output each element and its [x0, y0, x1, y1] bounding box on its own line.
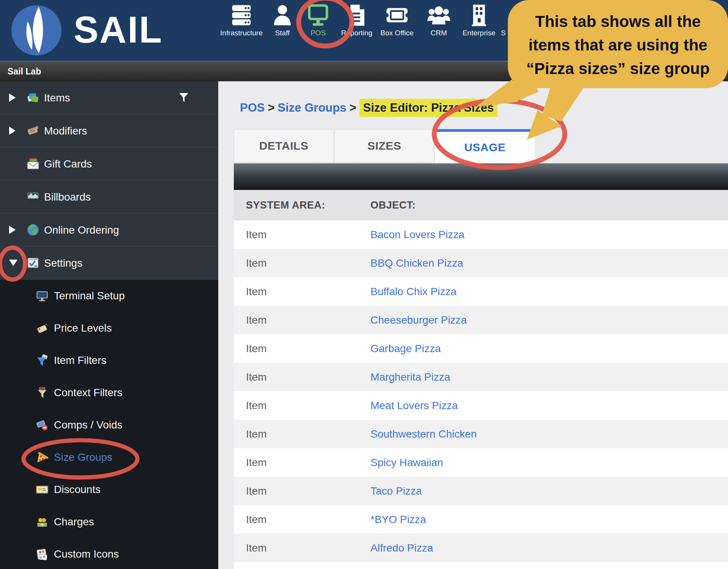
submenu-item-discounts[interactable]: Discounts: [0, 473, 218, 506]
breadcrumb-current: Size Editor: Pizza Sizes: [359, 99, 498, 117]
table-row: Item Bacon Lovers Pizza: [234, 220, 728, 249]
object-link[interactable]: Margherita Pizza: [370, 363, 450, 391]
comps-voids-icon: [36, 419, 49, 431]
ticket-icon: [385, 3, 409, 27]
expand-right-icon[interactable]: [9, 226, 16, 234]
submenu-item-size-groups[interactable]: Size Groups: [0, 441, 218, 473]
submenu-item-label: Item Filters: [54, 344, 106, 376]
sidebar-item-settings[interactable]: Settings: [0, 247, 218, 280]
people-icon: [427, 3, 451, 27]
object-link[interactable]: Taco Pizza: [370, 477, 422, 505]
expand-right-icon[interactable]: [9, 93, 16, 102]
sidebar-item-label: Billboards: [44, 180, 91, 213]
charges-icon: [36, 515, 49, 528]
submenu-item-charges[interactable]: Charges: [0, 506, 218, 538]
object-link[interactable]: Spicy Hawaiian: [370, 448, 443, 477]
submenu-item-label: Context Filters: [54, 376, 123, 409]
main-content: POS>Size Groups>Size Editor: Pizza Sizes…: [218, 81, 728, 569]
system-area-cell: Item: [246, 249, 266, 277]
context-filters-icon: [36, 386, 49, 399]
logo-text: SAIL: [74, 8, 163, 51]
breadcrumb-link-pos[interactable]: POS: [240, 101, 265, 114]
system-area-cell: Item: [246, 477, 266, 505]
tab-sizes[interactable]: SIZES: [334, 129, 434, 163]
system-area-cell: Item: [246, 505, 266, 534]
object-link[interactable]: Garbage Pizza: [370, 334, 441, 363]
sail-logo[interactable]: SAIL: [10, 2, 165, 59]
reporting-icon: [345, 3, 369, 27]
object-link[interactable]: Southwestern Chicken: [370, 420, 477, 448]
object-link[interactable]: Meat Lovers Pizza: [370, 391, 458, 420]
billboards-icon: [27, 190, 39, 203]
table-row: Item Alfredo Pizza: [234, 534, 728, 562]
infrastructure-icon: [230, 3, 253, 27]
object-link[interactable]: Bacon Lovers Pizza: [370, 220, 464, 249]
sidebar-item-label: Modifiers: [44, 114, 87, 147]
callout-line: This tab shows all the: [508, 10, 728, 33]
sidebar-item-label: Settings: [44, 247, 82, 280]
system-area-cell: Item: [246, 220, 266, 249]
system-area-cell: Item: [246, 420, 266, 448]
submenu-item-price-levels[interactable]: Price Levels: [0, 312, 218, 344]
table-row: Item BBQ Chicken Pizza: [234, 249, 728, 277]
table-header: SYSTEM AREA: OBJECT:: [234, 190, 728, 220]
object-link[interactable]: *BYO Pizza: [370, 505, 426, 534]
system-area-cell: Item: [246, 306, 266, 334]
gift-cards-icon: [27, 157, 39, 170]
object-link[interactable]: Cheeseburger Pizza: [370, 306, 467, 334]
breadcrumb-separator: >: [265, 101, 277, 114]
sidebar-item-online-ordering[interactable]: Online Ordering: [0, 213, 218, 247]
submenu-item-terminal-setup[interactable]: Terminal Setup: [0, 280, 218, 312]
submenu-item-label: Discounts: [54, 473, 101, 506]
price-levels-icon: [36, 322, 49, 335]
sidebar-item-gift-cards[interactable]: Gift Cards: [0, 147, 218, 180]
discounts-icon: [36, 483, 49, 496]
table-row: Item Buffalo Chix Pizza: [234, 277, 728, 306]
collapse-down-icon[interactable]: [9, 260, 17, 266]
submenu-item-custom-icons[interactable]: Custom Icons: [0, 538, 218, 569]
tab-usage[interactable]: USAGE: [435, 129, 535, 164]
sidebar-item-items[interactable]: Items: [0, 81, 218, 114]
table-row: Item Southwestern Chicken: [234, 420, 728, 448]
submenu-item-label: Size Groups: [54, 441, 112, 473]
table-row: Item Margherita Pizza: [234, 363, 728, 391]
table-row: Item Meat Lovers Pizza: [234, 391, 728, 420]
submenu-item-label: Charges: [54, 506, 94, 538]
submenu-item-label: Custom Icons: [54, 538, 119, 569]
table-row: Item Cheeseburger Pizza: [234, 306, 728, 334]
object-link[interactable]: Buffalo Chix Pizza: [370, 277, 457, 306]
sidebar-item-label: Gift Cards: [44, 147, 92, 180]
filter-icon[interactable]: [179, 93, 189, 103]
settings-submenu: Terminal Setup Price Levels Item Filters…: [0, 280, 218, 569]
breadcrumb-separator: >: [346, 101, 359, 114]
submenu-item-item-filters[interactable]: Item Filters: [0, 344, 218, 376]
sidebar-item-label: Online Ordering: [44, 213, 119, 247]
sidebar: Items Modifiers Gift Cards Billboards: [0, 81, 218, 569]
callout-line: items that are using the: [508, 33, 728, 57]
object-link[interactable]: Alfredo Pizza: [370, 534, 433, 562]
online-ordering-icon: [27, 223, 39, 236]
items-icon: [27, 91, 39, 104]
submenu-item-context-filters[interactable]: Context Filters: [0, 376, 218, 409]
submenu-item-comps-voids[interactable]: Comps / Voids: [0, 409, 218, 441]
pos-monitor-icon: [306, 3, 330, 27]
sidebar-item-label: Items: [44, 81, 70, 114]
sidebar-item-billboards[interactable]: Billboards: [0, 180, 218, 213]
tab-details[interactable]: DETAILS: [234, 129, 334, 163]
submenu-item-label: Comps / Voids: [54, 409, 123, 441]
custom-icons-icon: [36, 548, 49, 561]
expand-right-icon[interactable]: [9, 126, 16, 135]
system-area-cell: Item: [246, 334, 266, 363]
column-header-system-area: SYSTEM AREA:: [246, 190, 325, 220]
annotation-callout-bubble: This tab shows all the items that are us…: [508, 0, 728, 88]
sidebar-item-modifiers[interactable]: Modifiers: [0, 114, 218, 147]
environment-name: Sail Lab: [8, 62, 41, 81]
system-area-cell: Item: [246, 448, 266, 477]
breadcrumb-link-size-groups[interactable]: Size Groups: [278, 101, 347, 114]
submenu-item-label: Price Levels: [54, 312, 112, 344]
object-link[interactable]: BBQ Chicken Pizza: [370, 249, 463, 277]
toolbar: [234, 163, 728, 190]
breadcrumb: POS>Size Groups>Size Editor: Pizza Sizes: [240, 101, 498, 115]
usage-table: Item Bacon Lovers Pizza Item BBQ Chicken…: [234, 220, 728, 569]
table-row: Item Taco Pizza: [234, 477, 728, 505]
